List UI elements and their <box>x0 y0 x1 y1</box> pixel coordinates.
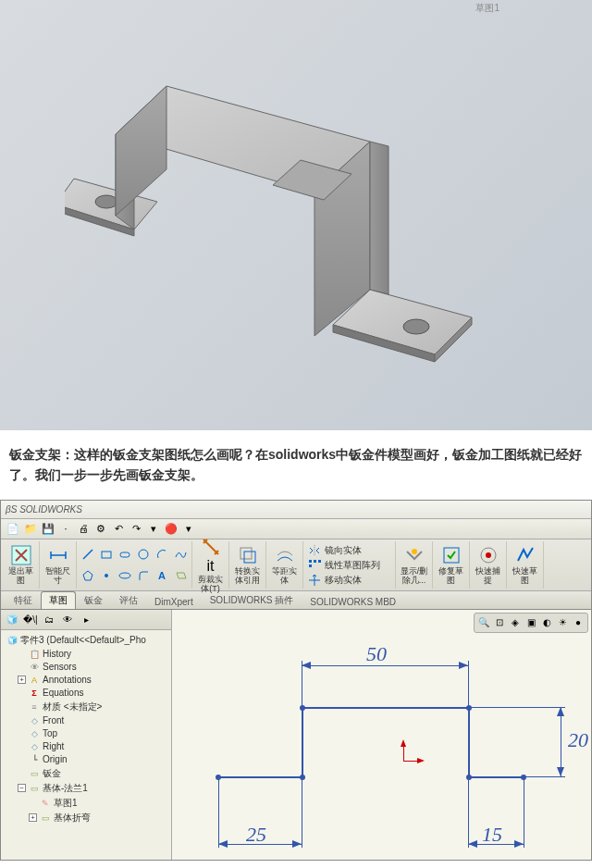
titlebar: βS SOLIDWORKS <box>1 501 591 519</box>
select-icon[interactable]: ▾ <box>146 521 161 536</box>
convert-button[interactable]: 转换实体引用 <box>229 541 266 589</box>
repair-button[interactable]: 修复草图 <box>433 541 470 589</box>
sketch-endpoint[interactable] <box>466 705 472 711</box>
svg-point-19 <box>105 574 108 577</box>
dimension-50[interactable]: 50 <box>366 642 387 666</box>
svg-point-17 <box>139 550 148 559</box>
line-tool[interactable] <box>80 547 95 562</box>
tree-root[interactable]: 🧊 零件3 (Default<<Default>_Pho <box>1 633 171 648</box>
tree-tab-feature[interactable]: 🧊 <box>4 612 20 628</box>
polygon-tool[interactable] <box>80 568 95 583</box>
arc-tool[interactable] <box>154 547 169 562</box>
sketch-line[interactable] <box>218 776 302 778</box>
dim-arrow <box>292 840 302 848</box>
zoom-area-icon[interactable]: ⊡ <box>492 615 507 630</box>
section-icon[interactable]: ◐ <box>539 615 554 630</box>
text-tool[interactable]: A <box>154 568 169 583</box>
tab-addins[interactable]: SOLIDWORKS 插件 <box>202 591 302 609</box>
dim-arrow <box>557 707 564 716</box>
graphics-viewport[interactable]: 🔍 ⊡ ◈ ▣ ◐ ☀ ● 50 20 <box>172 610 591 860</box>
sketch-line[interactable] <box>468 776 524 778</box>
rapid-sketch-button[interactable]: 快速草图 <box>507 541 544 589</box>
tree-equations[interactable]: ΣEquations <box>1 687 171 700</box>
smart-dimension-button[interactable]: 智能尺寸 <box>40 541 77 589</box>
tree-origin[interactable]: ┗Origin <box>1 753 171 766</box>
display-delete-button[interactable]: 显示/删除几... <box>396 541 433 589</box>
document-tab[interactable]: 草图1 <box>475 2 500 15</box>
pattern-button[interactable]: 线性草图阵列 <box>307 558 391 573</box>
sketch-line[interactable] <box>468 707 470 778</box>
undo-icon[interactable]: ↶ <box>111 521 126 536</box>
svg-point-27 <box>412 549 417 554</box>
display-style-icon[interactable]: ▣ <box>524 615 538 630</box>
tree-annotations[interactable]: +AAnnotations <box>1 674 171 687</box>
tree-right-plane[interactable]: ◇Right <box>1 740 171 753</box>
trim-button[interactable]: it 剪裁实体(T) <box>192 541 229 589</box>
redo-icon[interactable]: ↷ <box>129 521 143 536</box>
point-tool[interactable] <box>99 568 114 583</box>
scene-icon[interactable]: ☀ <box>555 615 570 630</box>
open-icon[interactable]: 📁 <box>23 521 38 536</box>
print-icon[interactable]: 🖨 <box>76 521 91 536</box>
save-icon[interactable]: 💾 <box>41 521 56 536</box>
svg-point-2 <box>95 195 117 208</box>
tab-features[interactable]: 特征 <box>6 591 41 609</box>
exit-sketch-button[interactable]: 退出草图 <box>3 541 40 589</box>
options-icon[interactable]: ⚙ <box>93 521 108 536</box>
tree-history[interactable]: 📋History <box>1 648 171 661</box>
appearance-icon[interactable]: ● <box>571 615 586 630</box>
view-orient-icon[interactable]: ◈ <box>508 615 523 630</box>
fillet-tool[interactable] <box>136 568 151 583</box>
tree-sketch1[interactable]: ✎草图1 <box>1 796 171 811</box>
origin-arrow-icon <box>401 739 406 747</box>
tree-tab-more[interactable]: ▸ <box>78 612 94 628</box>
tree-base-bend[interactable]: +▭基体折弯 <box>1 811 171 825</box>
new-icon[interactable]: 📄 <box>6 521 20 536</box>
sketch-endpoint[interactable] <box>300 775 305 780</box>
quick-snap-button[interactable]: 快速捕捉 <box>470 541 507 589</box>
origin-axis <box>403 761 417 762</box>
svg-rect-26 <box>309 564 312 567</box>
ellipse-tool[interactable] <box>117 568 132 583</box>
rect-tool[interactable] <box>99 547 114 562</box>
circle-tool[interactable] <box>136 547 151 562</box>
rebuild-icon[interactable]: 🔴 <box>164 521 179 536</box>
dimension-25[interactable]: 25 <box>246 823 266 847</box>
sketch-endpoint[interactable] <box>466 775 472 780</box>
tab-dimxpert[interactable]: DimXpert <box>146 594 202 609</box>
mirror-button[interactable]: 镜向实体 <box>307 543 391 558</box>
tree-top-plane[interactable]: ◇Top <box>1 727 171 740</box>
sketch-endpoint[interactable] <box>300 705 305 711</box>
tree-sensors[interactable]: 👁Sensors <box>1 661 171 674</box>
tab-sketch[interactable]: 草图 <box>41 591 76 609</box>
plane-tool[interactable] <box>173 568 188 583</box>
settings-icon[interactable]: ▾ <box>181 521 196 536</box>
tree-material[interactable]: ≡材质 <未指定> <box>1 700 171 714</box>
article-intro: 钣金支架：这样的钣金支架图纸怎么画呢？在solidworks中钣金件模型画好，钣… <box>0 430 592 500</box>
tree-sheetmetal[interactable]: ▭钣金 <box>1 766 171 781</box>
ribbon-tabs: 特征 草图 钣金 评估 DimXpert SOLIDWORKS 插件 SOLID… <box>1 591 591 610</box>
sketch-line[interactable] <box>302 707 303 778</box>
tree-tab-property[interactable]: �\| <box>22 612 39 628</box>
zoom-fit-icon[interactable]: 🔍 <box>476 615 491 630</box>
svg-rect-22 <box>244 552 255 563</box>
tree-front-plane[interactable]: ◇Front <box>1 714 171 727</box>
tree-tab-display[interactable]: 👁 <box>59 612 76 628</box>
move-button[interactable]: 移动实体 <box>307 573 391 588</box>
tab-evaluate[interactable]: 评估 <box>111 591 146 609</box>
dim-ext-line <box>302 778 302 848</box>
dimension-20[interactable]: 20 <box>568 728 588 752</box>
tree-tab-config[interactable]: 🗂 <box>41 612 57 628</box>
tree-base-flange[interactable]: −▭基体-法兰1 <box>1 781 171 796</box>
offset-button[interactable]: 等距实体 <box>266 541 303 589</box>
viewport-toolbar: 🔍 ⊡ ◈ ▣ ◐ ☀ ● <box>474 613 588 633</box>
slot-tool[interactable] <box>117 547 132 562</box>
dim-ext-line <box>468 707 565 708</box>
tab-mbd[interactable]: SOLIDWORKS MBD <box>302 594 404 609</box>
tab-sheetmetal[interactable]: 钣金 <box>76 591 111 609</box>
sketch-line[interactable] <box>302 707 468 709</box>
separator: · <box>58 521 73 536</box>
spline-tool[interactable] <box>173 547 188 562</box>
dim-arrow <box>468 840 477 848</box>
dimension-15[interactable]: 15 <box>482 823 502 847</box>
